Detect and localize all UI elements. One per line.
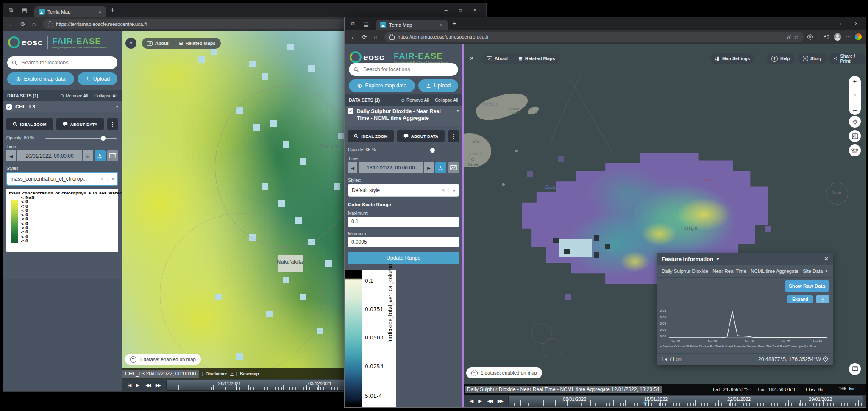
chevron-down-icon[interactable]: ▾ xyxy=(456,108,459,114)
close-button[interactable]: × xyxy=(849,21,863,27)
clear-style-icon[interactable]: × xyxy=(101,176,104,182)
dataset-enabled-pill[interactable]: 1 dataset enabled on map xyxy=(125,354,201,365)
feature-info-header[interactable]: Feature Information ▾ × xyxy=(657,253,833,265)
tab-close-icon[interactable]: × xyxy=(439,22,444,28)
zoom-in-button[interactable]: + xyxy=(853,78,857,85)
about-button[interactable]: ↗About xyxy=(142,38,173,49)
share-print-button[interactable]: Share / Print xyxy=(829,53,866,64)
time-marker[interactable] xyxy=(643,402,647,406)
address-bar[interactable]: https://terriamap.eoscfe.mesocentre.uca.… xyxy=(384,32,804,42)
update-range-button[interactable]: Update Range xyxy=(348,252,459,264)
location-pin-icon[interactable] xyxy=(823,356,828,362)
collapse-sidebar-button[interactable]: × xyxy=(125,38,136,49)
workspaces-icon[interactable]: ⧉ xyxy=(6,6,17,15)
map-settings-button[interactable]: Map Settings xyxy=(710,53,754,64)
address-bar[interactable]: https://terriamap.eoscfe.mesocentre.uca.… xyxy=(43,19,350,29)
style-select[interactable]: mass_concentration_of_chlorop... × | ▾ xyxy=(6,172,118,186)
close-feature-info-icon[interactable]: × xyxy=(824,255,828,263)
dataset-header-row[interactable]: ✓ Daily Sulphur Dioxide - Near Real Time… xyxy=(345,106,462,126)
read-aloud-icon[interactable]: A› xyxy=(787,34,791,40)
remove-all-button[interactable]: ⊖Remove All xyxy=(60,93,88,98)
disclaimer-link[interactable]: Disclaimer xyxy=(206,372,227,376)
story-button[interactable]: Story xyxy=(798,53,826,64)
chevron-down-icon[interactable]: ▾ xyxy=(453,188,455,193)
related-maps-button[interactable]: ⊞Related Maps xyxy=(173,38,220,49)
style-select[interactable]: Default style × | ▾ xyxy=(348,184,459,197)
location-search[interactable] xyxy=(7,56,117,69)
browser-tab[interactable]: Terria Map × xyxy=(34,6,106,17)
chevron-down-icon[interactable]: ▾ xyxy=(116,104,118,109)
back-icon[interactable]: ← xyxy=(6,21,17,28)
home-icon[interactable]: ⌂ xyxy=(28,21,39,28)
maximize-button[interactable]: □ xyxy=(453,8,467,13)
about-button[interactable]: ↗About xyxy=(481,53,513,64)
upload-button[interactable]: Upload xyxy=(78,72,117,85)
minimize-button[interactable]: – xyxy=(820,21,835,27)
dataset-checkbox[interactable]: ✓ xyxy=(348,108,353,114)
time-next-button[interactable]: ▸ xyxy=(424,162,434,173)
chevron-down-icon[interactable]: ▾ xyxy=(717,257,719,261)
help-button[interactable]: ? Help xyxy=(767,53,795,64)
minimize-button[interactable]: – xyxy=(439,7,453,13)
collapse-sidebar-button[interactable]: × xyxy=(466,53,477,64)
download-button[interactable] xyxy=(816,295,829,303)
dataset-header-row[interactable]: ✓ CHL_L3 ▾ xyxy=(3,101,122,112)
ideal-zoom-button[interactable]: IDEAL ZOOM xyxy=(6,118,53,130)
show-raw-data-button[interactable]: Show Raw Data xyxy=(785,280,829,292)
search-input[interactable] xyxy=(362,66,453,73)
explore-map-data-button[interactable]: ⊕ Explore map data xyxy=(7,72,74,85)
maximize-button[interactable]: □ xyxy=(835,22,849,26)
fast-forward-button[interactable]: ▶▶ xyxy=(156,383,160,388)
maximum-input[interactable] xyxy=(348,217,459,227)
chevron-down-icon[interactable]: ▾ xyxy=(112,177,114,181)
copilot-icon[interactable] xyxy=(855,33,862,40)
measure-tool-button[interactable]: 12345 xyxy=(849,144,861,156)
opacity-slider[interactable] xyxy=(45,138,117,139)
dataset-enabled-pill[interactable]: 1 dataset enabled on map xyxy=(466,367,542,378)
timeline-ruler[interactable]: 08/01/2022 15/01/2022 22/01/2022 29/01/2… xyxy=(508,396,863,406)
time-next-button[interactable]: ▸ xyxy=(83,150,93,161)
timeline-play-button[interactable] xyxy=(435,162,446,173)
play-button[interactable]: ▶ xyxy=(136,383,139,388)
search-input[interactable] xyxy=(21,59,113,66)
basemap-link[interactable]: Basemap xyxy=(240,372,259,376)
zoom-out-button[interactable]: – xyxy=(853,106,857,113)
tab-search-icon[interactable]: ▤ xyxy=(361,19,372,28)
home-icon[interactable]: ⌂ xyxy=(370,33,381,40)
dataset-kebab-button[interactable]: ⋮ xyxy=(448,130,459,142)
dataset-checkbox[interactable]: ✓ xyxy=(6,104,12,110)
locate-me-button[interactable] xyxy=(849,116,861,128)
upload-button[interactable]: Upload xyxy=(418,79,458,92)
collapse-all-button[interactable]: Collapse All xyxy=(435,97,458,103)
home-view-button[interactable]: ⌂ xyxy=(853,92,857,99)
remove-all-button[interactable]: ⊖Remove All xyxy=(401,97,429,103)
reload-icon[interactable]: ⟳ xyxy=(17,21,28,28)
skip-start-button[interactable]: |◀ xyxy=(470,398,473,404)
chart-button[interactable] xyxy=(448,162,459,173)
profile-avatar[interactable] xyxy=(834,33,841,41)
fast-forward-button[interactable]: ▶▶ xyxy=(498,398,502,404)
feature-chart-line[interactable] xyxy=(669,306,827,340)
explore-map-data-button[interactable]: ⊕ Explore map data xyxy=(349,79,415,92)
collapse-all-button[interactable]: Collapse All xyxy=(94,93,117,98)
tab-close-icon[interactable]: × xyxy=(97,9,102,15)
workspaces-icon[interactable]: ⧉ xyxy=(347,19,358,28)
close-button[interactable]: × xyxy=(467,7,482,13)
favorite-star-icon[interactable]: ☆ xyxy=(794,34,798,40)
timeline-play-button[interactable] xyxy=(95,150,106,161)
rewind-button[interactable]: ◀◀ xyxy=(145,383,150,388)
about-data-button[interactable]: ABOUT DATA xyxy=(397,130,445,142)
about-data-button[interactable]: ABOUT DATA xyxy=(56,118,104,130)
back-icon[interactable]: ← xyxy=(348,33,359,40)
feature-source-row[interactable]: Daily Sulphur Dioxide - Near Real Time -… xyxy=(657,265,833,278)
location-search[interactable] xyxy=(349,63,458,76)
skip-start-button[interactable]: |◀ xyxy=(128,383,131,388)
time-prev-button[interactable]: ◂ xyxy=(348,162,357,173)
tab-search-icon[interactable]: ▤ xyxy=(19,6,30,15)
reload-icon[interactable]: ⟳ xyxy=(359,33,370,40)
play-button[interactable]: ▶ xyxy=(478,398,481,404)
split-screen-button[interactable] xyxy=(849,130,861,142)
related-maps-button[interactable]: ⊞Related Maps xyxy=(513,53,560,64)
new-tab-button[interactable]: + xyxy=(452,20,456,28)
time-prev-button[interactable]: ◂ xyxy=(6,150,16,161)
